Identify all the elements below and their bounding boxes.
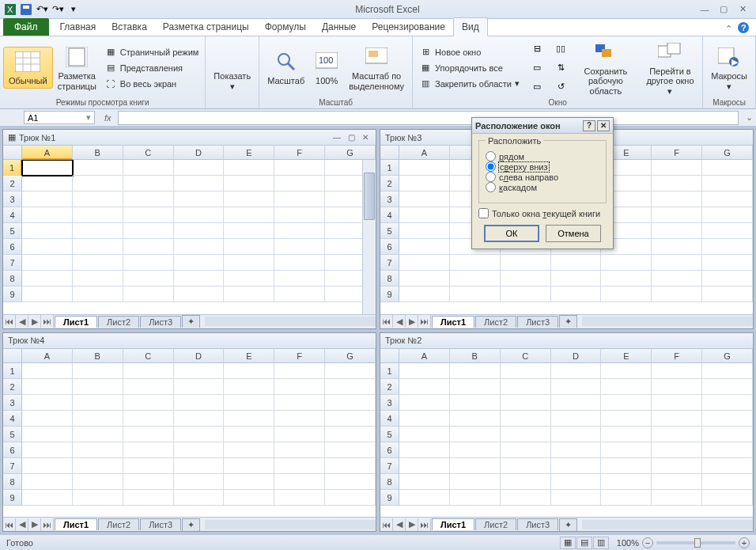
cell[interactable] <box>274 255 325 271</box>
current-book-checkbox[interactable]: Только окна текущей книги <box>478 208 607 218</box>
cell[interactable] <box>224 411 274 427</box>
prev-sheet-button[interactable]: ◀ <box>393 315 406 328</box>
minimize-button[interactable]: — <box>697 4 712 15</box>
cell[interactable] <box>501 427 551 442</box>
cell[interactable] <box>551 490 602 506</box>
cell[interactable] <box>174 474 225 490</box>
cell[interactable] <box>174 442 225 458</box>
cell[interactable] <box>325 395 376 411</box>
row-header[interactable]: 4 <box>3 207 22 223</box>
name-box[interactable]: A1▾ <box>24 111 95 124</box>
cell[interactable] <box>174 223 225 239</box>
cell[interactable] <box>652 207 702 223</box>
cell[interactable] <box>702 427 753 442</box>
cell[interactable] <box>73 474 123 490</box>
cell[interactable] <box>224 442 274 458</box>
cell[interactable] <box>224 207 274 223</box>
cell[interactable] <box>73 207 123 223</box>
cell[interactable] <box>22 239 73 255</box>
row-header[interactable]: 4 <box>380 207 399 223</box>
cell[interactable] <box>551 474 602 490</box>
row-header[interactable]: 9 <box>3 490 22 506</box>
arrange-all-button[interactable]: ▦Упорядочить все <box>416 61 523 75</box>
row-header[interactable]: 5 <box>380 223 399 239</box>
cell[interactable] <box>22 176 73 192</box>
new-sheet-button[interactable]: ✦ <box>182 518 200 531</box>
cell[interactable] <box>702 442 753 458</box>
cell[interactable] <box>22 379 73 395</box>
cell[interactable] <box>73 442 123 458</box>
column-header[interactable]: A <box>22 349 73 363</box>
cell[interactable] <box>123 223 174 239</box>
cell[interactable] <box>325 427 376 442</box>
cell[interactable] <box>73 395 123 411</box>
cell[interactable] <box>601 395 652 411</box>
cell[interactable] <box>450 411 501 427</box>
cell[interactable] <box>174 458 225 474</box>
cell[interactable] <box>702 411 753 427</box>
cell[interactable] <box>174 239 225 255</box>
cell[interactable] <box>274 427 325 442</box>
cell[interactable] <box>224 176 274 192</box>
cell[interactable] <box>123 363 174 379</box>
cell[interactable] <box>325 474 376 490</box>
row-header[interactable]: 4 <box>3 411 22 427</box>
row-header[interactable]: 6 <box>380 442 399 458</box>
cell[interactable] <box>123 176 174 192</box>
wb-close-button[interactable]: ✕ <box>360 133 371 142</box>
first-sheet-button[interactable]: ⏮ <box>3 315 16 328</box>
cell[interactable] <box>450 474 501 490</box>
tab-review[interactable]: Рецензирование <box>364 18 453 36</box>
cell[interactable] <box>501 490 551 506</box>
cell[interactable] <box>702 379 753 395</box>
row-header[interactable]: 2 <box>380 176 399 192</box>
cell[interactable] <box>399 474 450 490</box>
status-page-layout-button[interactable]: ▤ <box>576 537 592 549</box>
save-workspace-button[interactable]: Сохранить рабочую область <box>570 38 641 97</box>
redo-icon[interactable]: ↷▾ <box>51 2 65 17</box>
cell[interactable] <box>551 427 602 442</box>
cell[interactable] <box>274 490 325 506</box>
dialog-close-button[interactable]: ✕ <box>597 120 610 131</box>
cell[interactable] <box>652 427 702 442</box>
new-sheet-button[interactable]: ✦ <box>182 315 200 328</box>
workbook-window[interactable]: ▦Трюк №1—▢✕ ABCDEFG 123456789 ⏮ ◀ ▶ ⏭ Ли… <box>2 129 376 329</box>
tab-home[interactable]: Главная <box>52 18 104 36</box>
row-header[interactable]: 2 <box>380 379 399 395</box>
cell[interactable] <box>501 363 551 379</box>
zoom-selection-button[interactable]: Масштаб по выделенному <box>344 43 409 92</box>
row-header[interactable]: 9 <box>380 286 399 302</box>
cell[interactable] <box>224 192 274 207</box>
row-header[interactable]: 3 <box>3 192 22 207</box>
cell[interactable] <box>274 379 325 395</box>
tab-formulas[interactable]: Формулы <box>257 18 314 36</box>
cell[interactable] <box>551 442 602 458</box>
cell[interactable] <box>501 379 551 395</box>
cell[interactable] <box>123 255 174 271</box>
cell[interactable] <box>274 176 325 192</box>
cell[interactable] <box>601 474 652 490</box>
cell[interactable] <box>174 160 225 176</box>
cell[interactable] <box>652 442 702 458</box>
cell[interactable] <box>501 395 551 411</box>
cell[interactable] <box>399 379 450 395</box>
last-sheet-button[interactable]: ⏭ <box>418 518 431 531</box>
row-header[interactable]: 2 <box>3 379 22 395</box>
last-sheet-button[interactable]: ⏭ <box>418 315 431 328</box>
horizontal-scrollbar[interactable] <box>582 316 753 327</box>
cell[interactable] <box>399 255 450 271</box>
cell[interactable] <box>123 160 174 176</box>
cell[interactable] <box>702 458 753 474</box>
prev-sheet-button[interactable]: ◀ <box>16 315 28 328</box>
cell[interactable] <box>174 176 225 192</box>
row-header[interactable]: 9 <box>3 286 22 302</box>
cell[interactable] <box>652 458 702 474</box>
cell[interactable] <box>601 442 652 458</box>
first-sheet-button[interactable]: ⏮ <box>380 315 393 328</box>
sheet-tab[interactable]: Лист2 <box>475 518 516 530</box>
column-header[interactable]: B <box>450 349 501 363</box>
cell[interactable] <box>274 239 325 255</box>
last-sheet-button[interactable]: ⏭ <box>41 518 54 531</box>
formula-input[interactable] <box>118 111 739 125</box>
cell[interactable] <box>399 223 450 239</box>
